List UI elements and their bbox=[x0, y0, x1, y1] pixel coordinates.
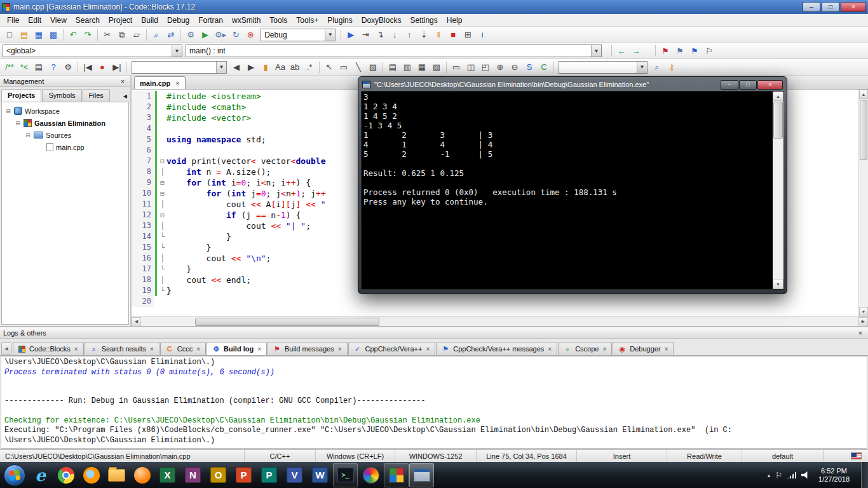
tree-expander-icon[interactable]: ⊟ bbox=[25, 132, 31, 139]
break-debugger-icon[interactable]: ‖ bbox=[431, 29, 445, 41]
highlight-all-icon[interactable]: ▮ bbox=[259, 61, 273, 74]
bookmark-next-icon[interactable]: ⚑ bbox=[688, 44, 702, 57]
doxy-extract-icon[interactable]: ▤ bbox=[32, 61, 46, 74]
logs-tab[interactable]: ⚑ CppCheck/Vera++ messages × bbox=[436, 342, 557, 355]
network-icon[interactable] bbox=[787, 471, 796, 478]
doxy-config-icon[interactable]: ⚙ bbox=[61, 61, 75, 74]
cut-icon[interactable]: ✂ bbox=[100, 29, 114, 41]
build-log-output[interactable]: \Users\JUECO\Desktop\C\Gaussian Eliminat… bbox=[1, 356, 867, 449]
scroll-down-icon[interactable]: ▼ bbox=[859, 307, 868, 316]
editor-vertical-scrollbar[interactable]: ▲ ▼ bbox=[858, 90, 868, 316]
logs-tab-close-icon[interactable]: × bbox=[426, 346, 430, 353]
align-center-icon[interactable]: ▥ bbox=[400, 61, 414, 74]
chrome[interactable] bbox=[53, 463, 78, 487]
minimize-button[interactable]: – bbox=[803, 2, 820, 12]
scroll-right-icon[interactable]: ▶ bbox=[858, 317, 868, 327]
menu-item[interactable]: Search bbox=[71, 15, 104, 26]
fold-marker-icon[interactable] bbox=[158, 123, 166, 134]
fold-marker-icon[interactable] bbox=[158, 112, 166, 123]
match-word-icon[interactable]: ab bbox=[288, 61, 302, 74]
terminal[interactable]: >_ bbox=[333, 463, 358, 487]
line-draw-icon[interactable]: ╲ bbox=[351, 61, 365, 74]
run-to-cursor-icon[interactable]: ⇥ bbox=[358, 29, 372, 41]
visio[interactable]: V bbox=[282, 463, 307, 487]
menu-item[interactable]: Fortran bbox=[194, 15, 227, 26]
logs-tab-close-icon[interactable]: × bbox=[150, 346, 154, 353]
menu-item[interactable]: Tools bbox=[265, 15, 292, 26]
menu-item[interactable]: View bbox=[46, 15, 71, 26]
save-icon[interactable]: ▦ bbox=[32, 29, 46, 41]
tree-item[interactable]: ⊟ Sources bbox=[2, 129, 128, 141]
console-scrollbar[interactable]: ▲ ▼ bbox=[773, 92, 783, 289]
menu-item[interactable]: Edit bbox=[24, 15, 46, 26]
browse-forward-icon[interactable]: → bbox=[629, 44, 643, 57]
step-into-icon[interactable]: ↓ bbox=[388, 29, 402, 41]
dropdown-arrow-icon[interactable]: ▼ bbox=[325, 29, 335, 41]
zoom-out-icon[interactable]: ⊖ bbox=[508, 61, 522, 74]
menu-item[interactable]: Debug bbox=[163, 15, 194, 26]
menu-item[interactable]: File bbox=[3, 15, 24, 26]
menu-item[interactable]: Settings bbox=[405, 15, 442, 26]
window-titlebar[interactable]: main.cpp [Gaussian Elimination] - Code::… bbox=[0, 0, 868, 14]
copy-icon[interactable]: ⧉ bbox=[115, 29, 129, 41]
logs-tab-close-icon[interactable]: × bbox=[665, 346, 668, 353]
console-window[interactable]: "C:\Users\JUECO\Desktop\C\Gaussian Elimi… bbox=[358, 76, 787, 294]
align-right-icon[interactable]: ▦ bbox=[415, 61, 429, 74]
fold-marker-icon[interactable] bbox=[158, 91, 166, 102]
logs-tab-close-icon[interactable]: × bbox=[602, 346, 606, 353]
new-file-icon[interactable]: □ bbox=[3, 29, 17, 41]
menu-item[interactable]: Build bbox=[137, 15, 163, 26]
console-close-button[interactable]: × bbox=[757, 80, 783, 90]
bookmark-prev-icon[interactable]: ⚑ bbox=[658, 44, 672, 57]
scroll-up-icon[interactable]: ▲ bbox=[773, 92, 783, 101]
taskbar-clock[interactable]: 6:52 PM 1/27/2018 bbox=[815, 467, 853, 484]
logs-tab[interactable]: ⚑ Build messages × bbox=[268, 342, 348, 355]
management-close-icon[interactable]: × bbox=[118, 78, 127, 85]
tree-item[interactable]: main.cpp bbox=[2, 141, 128, 153]
debugging-windows-icon[interactable]: ⊞ bbox=[461, 29, 475, 41]
fold-marker-icon[interactable] bbox=[158, 134, 166, 145]
logs-tab-close-icon[interactable]: × bbox=[338, 346, 342, 353]
build-icon[interactable]: ⚙ bbox=[184, 29, 198, 41]
debug-continue-icon[interactable]: ▶ bbox=[344, 29, 358, 41]
editor-tab-close-icon[interactable]: × bbox=[175, 79, 179, 87]
find-in-files-icon[interactable]: ⌕ bbox=[650, 61, 664, 74]
undo-icon[interactable]: ↶ bbox=[66, 29, 80, 41]
logs-tab[interactable]: ◉ Debugger × bbox=[613, 342, 674, 355]
dropdown-arrow-icon[interactable]: ▼ bbox=[637, 62, 647, 73]
save-all-icon[interactable]: ▩ bbox=[46, 29, 60, 41]
menu-item[interactable]: Plugins bbox=[323, 15, 356, 26]
volume-icon[interactable] bbox=[801, 471, 810, 479]
logs-tab-close-icon[interactable]: × bbox=[257, 346, 261, 353]
scroll-left-icon[interactable]: ◀ bbox=[132, 317, 141, 327]
next-instruction-icon[interactable]: ⇣ bbox=[417, 29, 431, 41]
tree-item[interactable]: ⊟ Workspace bbox=[2, 105, 128, 117]
onenote[interactable]: N bbox=[180, 463, 205, 487]
publisher[interactable]: P bbox=[257, 463, 281, 487]
rect-select-icon[interactable]: ▭ bbox=[337, 61, 351, 74]
build-target-select[interactable]: Debug ▼ bbox=[261, 29, 336, 41]
pointer-icon[interactable]: ↖ bbox=[322, 61, 336, 74]
doxy-block-comment-icon[interactable]: /** bbox=[3, 61, 17, 74]
management-tab[interactable]: Files bbox=[83, 89, 110, 102]
paste-icon[interactable]: ▱ bbox=[130, 29, 144, 41]
scroll-down-icon[interactable]: ▼ bbox=[773, 280, 783, 289]
dropdown-arrow-icon[interactable]: ▼ bbox=[216, 62, 226, 73]
fill-icon[interactable]: ▨ bbox=[366, 61, 380, 74]
match-case-icon[interactable]: Aa bbox=[273, 61, 287, 74]
show-desktop-button[interactable] bbox=[861, 462, 868, 488]
step-out-icon[interactable]: ↑ bbox=[402, 29, 416, 41]
fold-marker-icon[interactable]: └ bbox=[158, 285, 166, 296]
logs-tab-scroll-left-icon[interactable]: ◀ bbox=[1, 342, 11, 355]
action-center-icon[interactable]: ⚐ bbox=[775, 471, 782, 480]
find-icon[interactable]: ⌕ bbox=[149, 29, 163, 41]
stop-debugger-icon[interactable]: ■ bbox=[446, 29, 460, 41]
run-icon[interactable]: ▶ bbox=[198, 29, 212, 41]
fold-marker-icon[interactable]: └ bbox=[158, 242, 166, 253]
console-output[interactable]: 3 1 2 3 4 1 4 5 2 -1 3 4 5 1 2 3 | 3 4 1… bbox=[362, 92, 773, 289]
fold-marker-icon[interactable]: │ bbox=[158, 253, 166, 264]
fold-marker-icon[interactable] bbox=[158, 145, 166, 156]
browse-back-icon[interactable]: ← bbox=[614, 44, 628, 57]
incremental-search-input[interactable]: ▼ bbox=[132, 61, 227, 74]
frame-split-icon[interactable]: ◫ bbox=[464, 61, 478, 74]
